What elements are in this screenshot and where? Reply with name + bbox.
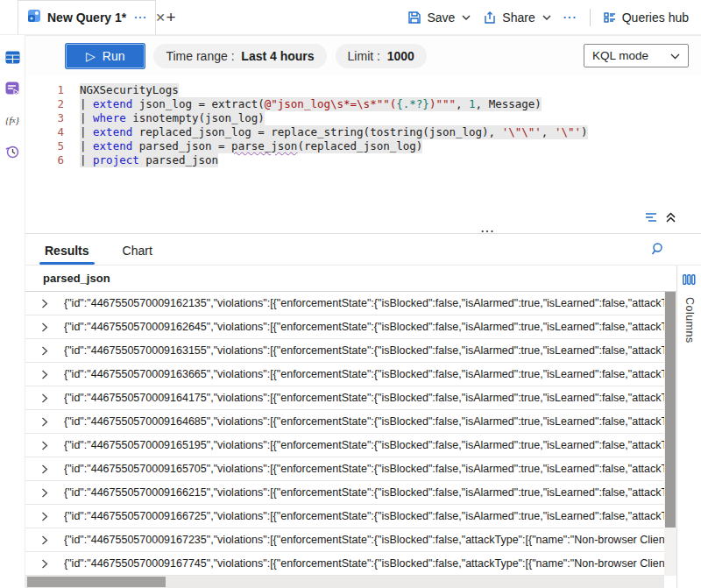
table-row[interactable]: {"id":"4467550570009166215","violations"… (25, 481, 664, 505)
time-range-pill[interactable]: Time range : Last 4 hours (153, 44, 326, 68)
more-actions-button[interactable]: ··· (563, 11, 577, 24)
columns-panel-label: Columns (683, 297, 696, 344)
kql-mode-select[interactable]: KQL mode (584, 44, 689, 67)
code-line[interactable]: 5| extend parsed_json = parse_json(repla… (25, 139, 701, 153)
run-label: Run (103, 49, 125, 63)
queries-hub-button[interactable]: Queries hub (603, 11, 689, 25)
parsed-json-cell: {"id":"4467550570009162135","violations"… (64, 297, 664, 309)
parsed-json-cell: {"id":"4467550570009167235","violations"… (64, 534, 664, 546)
line-number: 5 (25, 139, 80, 153)
app-window: New Query 1* ··· ✕ + Save (0, 0, 701, 588)
code-text: | extend replaced_json_log = replace_str… (80, 125, 588, 139)
line-number: 1 (25, 83, 80, 97)
parsed-json-cell: {"id":"4467550570009167745","violations"… (64, 557, 664, 570)
table-row[interactable]: {"id":"4467550570009166725","violations"… (25, 505, 664, 528)
table-row[interactable]: {"id":"4467550570009162135","violations"… (25, 292, 664, 315)
result-rows: {"id":"4467550570009162135","violations"… (25, 292, 664, 576)
time-range-value: Last 4 hours (241, 49, 314, 63)
new-tab-button[interactable]: + (156, 0, 186, 34)
data-table-icon[interactable] (4, 49, 20, 65)
query-panel: ▷ Run Time range : Last 4 hours Limit : … (25, 35, 701, 588)
line-number: 2 (25, 97, 80, 111)
table-row[interactable]: {"id":"4467550570009163155","violations"… (25, 339, 664, 363)
expand-row-icon[interactable] (25, 535, 64, 545)
limit-pill[interactable]: Limit : 1000 (336, 44, 427, 68)
expand-row-icon[interactable] (25, 299, 64, 308)
line-number: 3 (25, 111, 80, 125)
queries-hub-icon (603, 11, 617, 25)
results-panel: Results Chart parsed_json {"id":"4467550… (25, 234, 701, 588)
line-number: 4 (25, 125, 80, 139)
tab-more-icon[interactable]: ··· (134, 11, 147, 24)
parsed-json-cell: {"id":"4467550570009165705","violations"… (64, 463, 664, 475)
table-row[interactable]: {"id":"4467550570009163665","violations"… (25, 363, 664, 386)
expand-row-icon[interactable] (25, 322, 64, 332)
parsed-json-cell: {"id":"4467550570009162645","violations"… (64, 321, 664, 333)
code-line[interactable]: 2| extend json_log = extract(@"json_log\… (25, 97, 701, 111)
left-rail: {fx} (0, 35, 25, 588)
table-row[interactable]: {"id":"4467550570009165195","violations"… (25, 434, 664, 457)
history-icon[interactable] (4, 144, 20, 159)
functions-icon[interactable]: {fx} (4, 112, 20, 128)
tab-results[interactable]: Results (43, 236, 91, 264)
table-row[interactable]: {"id":"4467550570009164685","violations"… (25, 410, 664, 434)
chevron-down-icon (542, 15, 551, 20)
code-text: | extend json_log = extract(@"json_log\s… (80, 97, 542, 111)
resize-handle[interactable]: ... (481, 223, 495, 235)
parsed-json-cell: {"id":"4467550570009166725","violations"… (64, 510, 664, 522)
divider (590, 9, 591, 26)
limit-label: Limit : (348, 49, 380, 63)
expand-row-icon[interactable] (25, 559, 64, 569)
expand-row-icon[interactable] (25, 370, 64, 379)
results-tabs: Results Chart (25, 234, 701, 266)
save-icon (407, 11, 421, 25)
parsed-json-cell: {"id":"4467550570009166215","violations"… (64, 486, 664, 499)
query-tab[interactable]: New Query 1* ··· ✕ (18, 0, 156, 34)
expand-row-icon[interactable] (25, 346, 64, 356)
expand-row-icon[interactable] (25, 393, 64, 403)
table-row[interactable]: {"id":"4467550570009165705","violations"… (25, 457, 664, 481)
column-header-parsed-json[interactable]: parsed_json (25, 266, 676, 292)
kql-mode-value: KQL mode (592, 49, 648, 62)
query-toolbar: ▷ Run Time range : Last 4 hours Limit : … (25, 35, 701, 75)
save-label: Save (427, 11, 455, 25)
table-row[interactable]: {"id":"4467550570009164175","violations"… (25, 386, 664, 410)
code-line[interactable]: 6| project parsed_json (25, 153, 701, 167)
expand-row-icon[interactable] (25, 512, 64, 521)
parsed-json-cell: {"id":"4467550570009163155","violations"… (64, 344, 664, 357)
code-line[interactable]: 4| extend replaced_json_log = replace_st… (25, 125, 701, 139)
code-line[interactable]: 3| where isnotempty(json_log) (25, 111, 701, 125)
tab-title: New Query 1* (47, 11, 126, 25)
run-button[interactable]: ▷ Run (66, 44, 145, 68)
code-text: | where isnotempty(json_log) (80, 111, 265, 125)
expand-row-icon[interactable] (25, 441, 64, 450)
expand-row-icon[interactable] (25, 488, 64, 498)
table-row[interactable]: {"id":"4467550570009162645","violations"… (25, 315, 664, 339)
horizontal-scrollbar[interactable] (25, 576, 664, 588)
format-lines-icon[interactable] (644, 211, 658, 227)
top-actions: Save Share ··· (407, 0, 701, 34)
parsed-json-cell: {"id":"4467550570009163665","violations"… (64, 368, 664, 380)
share-button[interactable]: Share (483, 11, 550, 25)
code-line[interactable]: 1NGXSecurityLogs (25, 83, 701, 97)
chevron-down-icon (670, 49, 680, 62)
columns-side-panel[interactable]: Columns (676, 266, 701, 588)
search-icon[interactable] (651, 242, 666, 260)
vertical-scrollbar[interactable] (664, 292, 676, 576)
table-row[interactable]: {"id":"4467550570009167745","violations"… (25, 552, 664, 576)
vertical-scrollbar-thumb[interactable] (665, 292, 676, 528)
collapse-editor-icon[interactable] (665, 211, 676, 227)
code-text: NGXSecurityLogs (80, 83, 179, 97)
save-button[interactable]: Save (407, 11, 471, 25)
table-row[interactable]: {"id":"4467550570009167235","violations"… (25, 528, 664, 552)
parsed-json-cell: {"id":"4467550570009164685","violations"… (64, 415, 664, 428)
horizontal-scrollbar-thumb[interactable] (27, 577, 166, 587)
parsed-json-cell: {"id":"4467550570009165195","violations"… (64, 439, 664, 451)
share-icon (483, 11, 497, 25)
saved-scripts-icon[interactable] (4, 81, 20, 96)
tab-chart[interactable]: Chart (121, 236, 154, 264)
expand-row-icon[interactable] (25, 417, 64, 427)
kql-editor[interactable]: 1NGXSecurityLogs2| extend json_log = ext… (25, 75, 701, 209)
expand-row-icon[interactable] (25, 464, 64, 474)
play-icon: ▷ (86, 49, 96, 63)
